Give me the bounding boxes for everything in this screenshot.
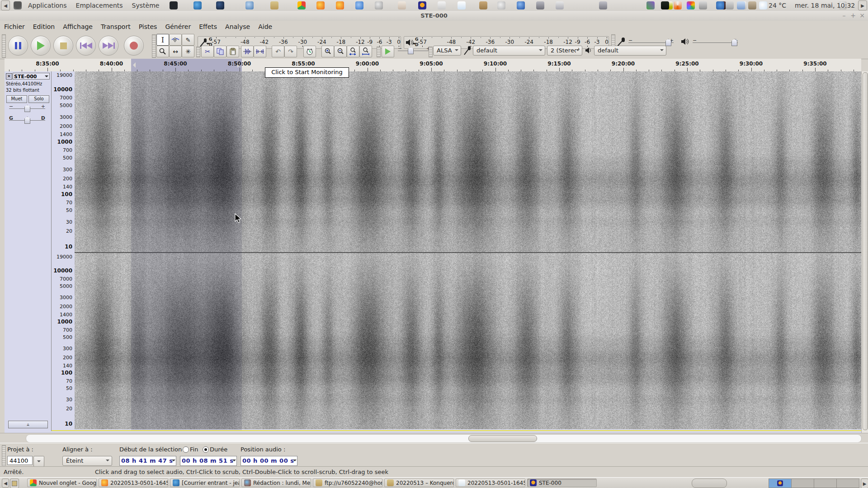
firefox2-icon[interactable]	[336, 1, 344, 9]
collapse-track-button[interactable]: ▵	[8, 421, 48, 428]
chrome-icon[interactable]	[297, 1, 306, 9]
vertical-scrollbar-thumb[interactable]	[863, 72, 868, 430]
menu-affichage[interactable]: Affichage	[59, 23, 97, 30]
input-volume-slider[interactable]: −+	[628, 39, 674, 45]
copy-button[interactable]	[214, 46, 226, 57]
selection-duration-field[interactable]: 00 h 08 m 51 s	[180, 456, 237, 466]
selection-left-handle[interactable]	[130, 62, 136, 68]
window-titlebar[interactable]: STE-000 – + ×	[0, 11, 868, 21]
places-menu[interactable]: Emplacements	[71, 2, 127, 9]
play-speed-slider[interactable]: −+	[398, 47, 430, 53]
mute-button[interactable]: Muet	[6, 95, 27, 103]
spring-tool-icon[interactable]	[398, 1, 406, 9]
zoom-out-button[interactable]	[334, 46, 347, 57]
track-close-button[interactable]: ✕	[6, 73, 12, 80]
cut-button[interactable]: ✂	[201, 46, 214, 57]
snap-select[interactable]: Éteint	[62, 456, 112, 466]
weather-icon[interactable]	[759, 1, 767, 9]
menu-générer[interactable]: Générer	[161, 23, 195, 30]
terminal-icon[interactable]	[170, 1, 178, 9]
track-selection-region[interactable]	[131, 71, 242, 430]
menu-pistes[interactable]: Pistes	[135, 23, 161, 30]
device-toolbar-grabber[interactable]	[429, 47, 433, 57]
video-editor-icon[interactable]	[599, 1, 607, 9]
journal-icon[interactable]	[737, 1, 745, 9]
volume-icon[interactable]	[726, 1, 734, 9]
panel-collapse-left-button[interactable]: ◀	[1, 0, 10, 10]
tools-icon[interactable]	[699, 1, 707, 9]
skip-to-end-button[interactable]	[99, 36, 118, 56]
recording-device-select[interactable]: default	[473, 46, 545, 56]
workspace-4[interactable]	[836, 479, 859, 488]
workspace-1[interactable]	[769, 479, 792, 488]
redo-button[interactable]: ↷	[284, 46, 297, 57]
fit-selection-button[interactable]	[347, 46, 359, 57]
selection-toolbar-grabber[interactable]	[2, 445, 6, 466]
color-wheel-icon[interactable]	[687, 1, 695, 9]
workspace-next-button[interactable]: ▶	[861, 479, 868, 488]
tools-toolbar-grabber[interactable]	[152, 34, 156, 58]
pause-button[interactable]	[8, 36, 28, 56]
menu-transport[interactable]: Transport	[97, 23, 135, 30]
taskbar-item[interactable]: [Courrier entrant - jea...	[170, 479, 240, 487]
project-rate-dropdown[interactable]	[33, 456, 44, 467]
thunderbird-icon[interactable]	[193, 1, 202, 9]
sync-lock-button[interactable]	[303, 46, 316, 57]
taskbar-item[interactable]: ftp://u76052240@hom...	[313, 479, 382, 487]
draw-tool[interactable]: ✎	[182, 34, 194, 46]
taskbar-applet[interactable]	[692, 479, 727, 488]
skip-to-start-button[interactable]	[76, 36, 96, 56]
horizontal-scrollbar-thumb[interactable]	[468, 435, 537, 442]
magnifier-icon[interactable]	[497, 1, 505, 9]
stop-button[interactable]	[53, 36, 73, 56]
libreoffice-icon[interactable]	[458, 1, 466, 9]
selection-tool[interactable]: I	[156, 34, 169, 46]
movie-player-icon[interactable]	[536, 1, 544, 9]
mixer-toolbar-grabber[interactable]	[611, 34, 615, 46]
calculator-icon[interactable]	[556, 1, 564, 9]
transcription-toolbar-grabber[interactable]	[377, 47, 381, 57]
paste-button[interactable]	[226, 46, 239, 57]
fit-project-button[interactable]	[359, 46, 372, 57]
system-menu[interactable]: Système	[127, 2, 164, 9]
play-at-speed-button[interactable]	[382, 46, 394, 57]
taskbar-item[interactable]: 20220513-0501-1645 ...	[456, 479, 525, 487]
globe-light-icon[interactable]	[245, 1, 254, 9]
workspace-3[interactable]	[814, 479, 837, 488]
recording-channels-select[interactable]: 2 (Stereo)	[547, 46, 582, 56]
play-button[interactable]	[31, 36, 51, 56]
play-speed-thumb[interactable]	[408, 47, 414, 54]
output-volume-slider[interactable]: −+	[693, 39, 738, 45]
clock[interactable]: mer. 18 mai, 10:32	[795, 0, 855, 11]
monitoring-tooltip[interactable]: Click to Start Monitoring	[265, 67, 349, 78]
vertical-scrollbar[interactable]	[861, 71, 868, 433]
globe-dark-icon[interactable]	[216, 1, 224, 9]
audio-host-select[interactable]: ALSA	[433, 46, 461, 56]
accessibility-icon[interactable]	[716, 1, 724, 9]
clipboard-icon[interactable]	[479, 1, 487, 9]
chromium-icon[interactable]	[355, 1, 363, 9]
menu-analyse[interactable]: Analyse	[221, 23, 254, 30]
taskbar-item[interactable]: 20220513-0501-1645 ...	[99, 479, 168, 487]
gnome-menu-icon[interactable]	[14, 1, 22, 9]
frequency-axis-top[interactable]: 1900010000700050003000200014001000700500…	[52, 71, 74, 252]
playback-device-select[interactable]: default	[594, 46, 666, 56]
show-desktop-button[interactable]	[10, 479, 19, 488]
applications-menu[interactable]: Applications	[24, 2, 71, 9]
menu-fichier[interactable]: Fichier	[0, 23, 29, 30]
edit-toolbar-grabber[interactable]	[196, 47, 200, 57]
panel-expand-right-button[interactable]: ▶	[858, 0, 867, 10]
firefox-icon[interactable]	[316, 1, 325, 9]
pan-slider[interactable]: G D	[9, 117, 45, 123]
trim-button[interactable]	[241, 46, 254, 57]
taskbar-collapse-button[interactable]: ◀	[2, 479, 9, 488]
system-monitor-icon[interactable]	[661, 1, 669, 9]
timeline-ruler[interactable]: 8:35:008:40:008:45:008:50:008:55:009:00:…	[5, 59, 861, 72]
menu-effets[interactable]: Effets	[195, 23, 221, 30]
taskbar-item[interactable]: Rédaction : lundi, Merc...	[241, 479, 311, 487]
frequency-axis-bottom[interactable]: 1900010000700050003000200014001000700500…	[52, 253, 74, 429]
gain-thumb[interactable]	[24, 105, 30, 112]
record-button[interactable]	[124, 36, 144, 56]
gimp-icon[interactable]	[748, 1, 756, 9]
undo-button[interactable]: ↶	[272, 46, 284, 57]
